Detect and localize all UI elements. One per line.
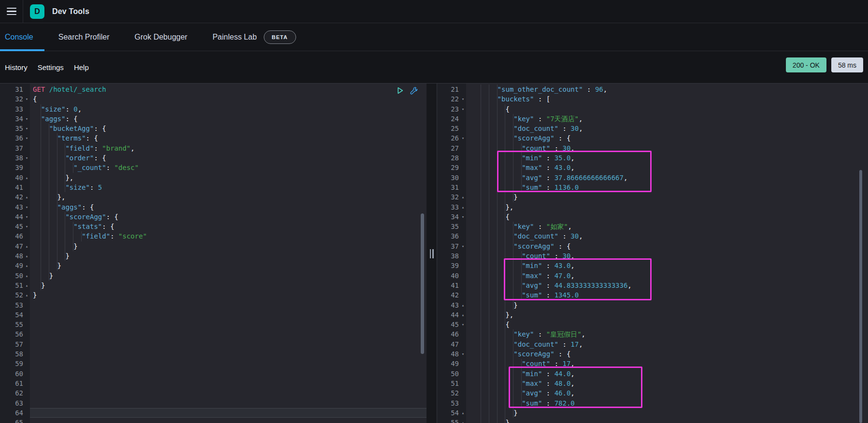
- code-line[interactable]: [30, 320, 427, 329]
- request-options-button[interactable]: [409, 85, 418, 95]
- code-line[interactable]: "size": 0,: [30, 104, 427, 114]
- code-line[interactable]: "field": "brand",: [30, 143, 427, 153]
- code-line[interactable]: {: [30, 94, 427, 104]
- code-line[interactable]: }: [30, 251, 427, 261]
- line-number: 61: [0, 379, 30, 388]
- tab-console[interactable]: Console: [5, 33, 33, 42]
- app-logo[interactable]: D: [30, 4, 44, 19]
- fold-open-icon[interactable]: ▾: [24, 94, 29, 104]
- fold-close-icon[interactable]: ▴: [24, 290, 29, 300]
- tab-search-profiler[interactable]: Search Profiler: [58, 33, 110, 42]
- fold-close-icon[interactable]: ▴: [24, 173, 29, 183]
- request-editor-code[interactable]: GET /hotel/_search{"size": 0,"aggs": {"b…: [30, 84, 427, 423]
- code-line[interactable]: "scoreAgg": {: [30, 212, 427, 222]
- fold-close-icon[interactable]: ▴: [460, 418, 466, 423]
- menu-toggle-button[interactable]: [0, 0, 23, 23]
- fold-close-icon[interactable]: ▴: [460, 192, 466, 202]
- code-line[interactable]: "size": 5: [30, 183, 427, 192]
- code-line[interactable]: "_count": "desc": [30, 163, 427, 172]
- line-number: 29: [437, 163, 466, 172]
- code-line[interactable]: [30, 398, 427, 408]
- code-line[interactable]: "bucketAgg": {: [30, 124, 427, 133]
- code-line[interactable]: [30, 379, 427, 388]
- code-line[interactable]: [30, 418, 427, 423]
- menu-item-history[interactable]: History: [5, 63, 28, 71]
- fold-open-icon[interactable]: ▾: [24, 153, 29, 163]
- line-number: 46: [437, 329, 466, 339]
- code-line[interactable]: }: [30, 261, 427, 270]
- fold-close-icon[interactable]: ▴: [460, 310, 466, 320]
- fold-close-icon[interactable]: ▴: [24, 241, 29, 251]
- fold-close-icon[interactable]: ▴: [24, 261, 29, 270]
- fold-close-icon[interactable]: ▴: [24, 251, 29, 261]
- code-line: "key" : "7天酒店",: [466, 114, 868, 124]
- code-line[interactable]: "terms": {: [30, 133, 427, 143]
- fold-open-icon[interactable]: ▾: [24, 124, 29, 133]
- tab-label: Painless Lab: [213, 33, 257, 42]
- code-line[interactable]: }: [30, 290, 427, 300]
- tab-grok-debugger[interactable]: Grok Debugger: [135, 33, 187, 42]
- line-number: 51▴: [0, 281, 30, 290]
- line-number: 58: [0, 349, 30, 359]
- line-number: 51: [437, 379, 466, 388]
- code-line[interactable]: },: [30, 192, 427, 202]
- fold-close-icon[interactable]: ▴: [24, 281, 29, 290]
- fold-close-icon[interactable]: ▴: [24, 271, 29, 281]
- response-time-badge: 58 ms: [831, 57, 863, 72]
- code-line[interactable]: },: [30, 173, 427, 183]
- fold-open-icon[interactable]: ▾: [24, 114, 29, 124]
- code-line[interactable]: [30, 310, 427, 320]
- code-line[interactable]: [30, 408, 427, 418]
- code-line: "min" : 43.0,: [466, 261, 868, 270]
- fold-open-icon[interactable]: ▾: [460, 349, 466, 359]
- code-line[interactable]: }: [30, 271, 427, 281]
- fold-close-icon[interactable]: ▴: [460, 300, 466, 310]
- menu-item-help[interactable]: Help: [74, 63, 89, 71]
- fold-open-icon[interactable]: ▾: [24, 222, 29, 231]
- code-line: "buckets" : [: [466, 94, 868, 104]
- code-line[interactable]: "stats": {: [30, 222, 427, 231]
- code-line[interactable]: [30, 300, 427, 310]
- fold-open-icon[interactable]: ▾: [24, 133, 29, 143]
- code-line[interactable]: }: [30, 281, 427, 290]
- code-line: "max" : 47.0,: [466, 271, 868, 281]
- code-line: "min" : 35.0,: [466, 153, 868, 163]
- code-line[interactable]: "field": "score": [30, 231, 427, 241]
- fold-open-icon[interactable]: ▾: [460, 133, 466, 143]
- code-line[interactable]: "aggs": {: [30, 114, 427, 124]
- fold-close-icon[interactable]: ▴: [460, 408, 466, 418]
- fold-open-icon[interactable]: ▾: [24, 212, 29, 222]
- fold-open-icon[interactable]: ▾: [460, 320, 466, 329]
- fold-open-icon[interactable]: ▾: [460, 94, 466, 104]
- fold-open-icon[interactable]: ▾: [460, 104, 466, 114]
- code-line[interactable]: [30, 339, 427, 349]
- line-number: 34▾: [0, 114, 30, 124]
- fold-open-icon[interactable]: ▾: [460, 241, 466, 251]
- code-line[interactable]: [30, 349, 427, 359]
- send-request-button[interactable]: [395, 85, 405, 95]
- wrench-icon: [409, 86, 418, 95]
- top-bar: D Dev Tools: [0, 0, 868, 23]
- tab-painless-lab[interactable]: Painless LabBETA: [213, 30, 296, 44]
- response-viewer-panel: 2122▾23▾242526▾272829303132▴33▴34▾353637…: [437, 84, 868, 423]
- request-editor-scrollbar[interactable]: [421, 213, 424, 354]
- code-line[interactable]: [30, 369, 427, 379]
- code-line[interactable]: "order": {: [30, 153, 427, 163]
- panel-resize-handle[interactable]: [430, 249, 434, 258]
- fold-open-icon[interactable]: ▾: [24, 202, 29, 212]
- response-viewer-scrollbar[interactable]: [859, 170, 862, 423]
- code-line[interactable]: GET /hotel/_search: [30, 85, 427, 94]
- code-line[interactable]: [30, 359, 427, 368]
- line-number: 53: [0, 300, 30, 310]
- menu-item-settings[interactable]: Settings: [38, 63, 64, 71]
- code-line[interactable]: [30, 388, 427, 398]
- fold-open-icon[interactable]: ▾: [460, 212, 466, 222]
- line-number: 36▾: [0, 133, 30, 143]
- fold-close-icon[interactable]: ▴: [460, 202, 466, 212]
- code-line[interactable]: }: [30, 241, 427, 251]
- fold-close-icon[interactable]: ▴: [24, 192, 29, 202]
- code-line[interactable]: "aggs": {: [30, 202, 427, 212]
- line-number: 39: [0, 163, 30, 172]
- code-line[interactable]: [30, 329, 427, 339]
- line-number: 38▾: [0, 153, 30, 163]
